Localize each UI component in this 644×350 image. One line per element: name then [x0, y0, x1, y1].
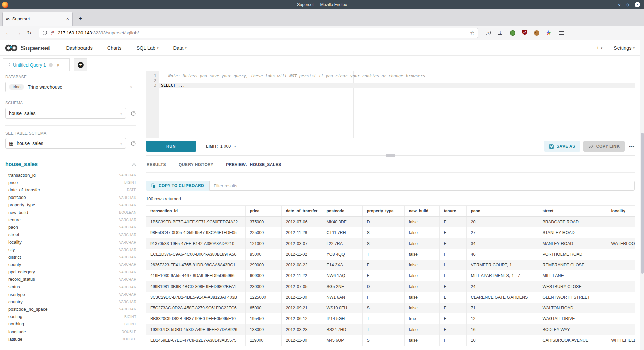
tab-close-icon[interactable]: ×	[66, 16, 69, 21]
column-row[interactable]: locality VARCHAR	[5, 238, 136, 246]
query-tab-close-icon[interactable]: ×	[57, 62, 60, 68]
column-row[interactable]: longitude DOUBLE	[5, 328, 136, 335]
table-row[interactable]: F5C273AC-0D2A-458F-8279-9C61F0C22EC6 650…	[146, 303, 635, 313]
limit-dropdown[interactable]: LIMIT: 1 000 ▾	[206, 144, 236, 149]
tab-results[interactable]: RESULTS	[146, 160, 167, 172]
column-row[interactable]: latitude DOUBLE	[5, 335, 136, 343]
bookmark-star-icon[interactable]: ☆	[470, 30, 474, 36]
collapse-chevron-up-icon[interactable]	[132, 163, 136, 166]
pocket-icon[interactable]: ∨	[485, 30, 491, 36]
database-select[interactable]: trino Trino warehouse ∨	[5, 82, 136, 92]
table-row[interactable]: ECE1D376-C9A6-4C00-B004-A380B189FA56 850…	[146, 249, 635, 260]
table-row[interactable]: 499B1981-3B6B-4BCD-808F-9FED9802BFA1 230…	[146, 281, 635, 292]
column-header[interactable]: transaction_id	[146, 206, 245, 217]
browser-tab[interactable]: ∞ Superset ×	[2, 12, 73, 26]
column-row[interactable]: northing BIGINT	[5, 320, 136, 328]
column-row[interactable]: paon VARCHAR	[5, 223, 136, 231]
query-tab[interactable]: Untitled Query 1 ×	[3, 58, 70, 71]
column-row[interactable]: postcode VARCHAR	[5, 194, 136, 201]
reload-button[interactable]: ↻	[27, 30, 31, 36]
refresh-table-icon[interactable]	[130, 141, 136, 146]
extension-star-icon[interactable]	[546, 30, 551, 36]
settings-menu[interactable]: Settings▾	[614, 45, 635, 51]
resize-grip-icon[interactable]	[386, 154, 395, 157]
page-scrollbar[interactable]	[640, 40, 644, 350]
column-header[interactable]: new_build	[404, 206, 439, 217]
column-header[interactable]: postcode	[322, 206, 362, 217]
sql-editor[interactable]: 1 2 3 -- Note: Unless you save your quer…	[146, 71, 635, 138]
insecure-lock-icon[interactable]	[50, 30, 55, 36]
column-header[interactable]: date_of_transfer	[281, 206, 322, 217]
copy-link-button[interactable]: COPY LINK	[583, 141, 625, 152]
tab-query-history[interactable]: QUERY HISTORY	[178, 160, 214, 172]
drag-handle-icon[interactable]	[7, 63, 10, 67]
column-row[interactable]: status VARCHAR	[5, 283, 136, 291]
column-row[interactable]: transaction_id VARCHAR	[5, 171, 136, 179]
column-row[interactable]: date_of_transfer DATE	[5, 186, 136, 193]
superset-logo[interactable]: Superset	[5, 44, 50, 52]
column-row[interactable]: record_status VARCHAR	[5, 276, 136, 283]
column-header[interactable]: property_type	[362, 206, 404, 217]
menu-hamburger-icon[interactable]	[559, 33, 564, 33]
scrollbar-thumb[interactable]	[641, 133, 644, 274]
column-row[interactable]: usertype VARCHAR	[5, 291, 136, 298]
column-header[interactable]: price	[245, 206, 281, 217]
tracking-shield-icon[interactable]	[42, 30, 47, 36]
column-header[interactable]: paon	[466, 206, 538, 217]
table-select[interactable]: ▦ house_sales ∨	[5, 138, 126, 149]
column-row[interactable]: property_type VARCHAR	[5, 201, 136, 209]
editor-code-area[interactable]: -- Note: Unless you save your query, the…	[159, 71, 635, 138]
url-bar[interactable]: 217.160.120.143:32393/superset/sqllab/ ☆	[39, 28, 478, 38]
cookie-extension-icon[interactable]	[534, 30, 539, 36]
column-row[interactable]: price BIGINT	[5, 179, 136, 186]
run-button[interactable]: RUN	[146, 141, 196, 152]
forward-button[interactable]: →	[16, 30, 21, 36]
table-row[interactable]: 98F5DC47-0D05-4D59-95B7-98CA6F1FDE05 225…	[146, 227, 635, 238]
ublock-icon[interactable]: uO	[522, 30, 527, 36]
nav-item[interactable]: Data▾	[173, 45, 187, 51]
column-header[interactable]: street	[538, 206, 607, 217]
nav-item[interactable]: SQL Lab▾	[136, 45, 158, 51]
table-row[interactable]: 3C3C29DC-B7B2-4BE5-914A-A38123AF403B 122…	[146, 292, 635, 303]
back-button[interactable]: ←	[5, 30, 11, 36]
window-maximize-icon[interactable]: ◇	[626, 3, 629, 7]
url-text[interactable]: 217.160.120.143:32393/superset/sqllab/	[58, 30, 467, 35]
copy-to-clipboard-button[interactable]: COPY TO CLIPBOARD	[146, 181, 209, 191]
schema-select[interactable]: house_sales ∨	[5, 108, 126, 119]
column-row[interactable]: easting BIGINT	[5, 313, 136, 320]
add-new-button[interactable]: +▾	[596, 45, 602, 51]
refresh-schema-icon[interactable]	[130, 111, 136, 116]
column-row[interactable]: city VARCHAR	[5, 246, 136, 253]
window-close-icon[interactable]: ×	[635, 2, 640, 7]
save-as-button[interactable]: SAVE AS	[544, 141, 580, 152]
tab-preview-house-sales[interactable]: PREVIEW: `HOUSE_SALES`	[225, 160, 283, 172]
nav-item[interactable]: Dashboards	[66, 45, 92, 51]
column-row[interactable]: ppd_category VARCHAR	[5, 268, 136, 275]
filter-results-input[interactable]	[209, 181, 635, 191]
column-header[interactable]: locality	[607, 206, 635, 217]
column-row[interactable]: tenure VARCHAR	[5, 216, 136, 223]
table-row[interactable]: 2636F323-FF41-4765-81DB-98CAA6A43BC1 299…	[146, 260, 635, 270]
table-row[interactable]: 193907D3-5DBD-453D-A49E-9FEE27DAB926 138…	[146, 324, 635, 335]
new-tab-button[interactable]: +	[75, 13, 86, 25]
pane-resizer[interactable]	[146, 155, 635, 160]
column-row[interactable]: country VARCHAR	[5, 298, 136, 305]
window-minimize-icon[interactable]: ∨	[618, 3, 621, 7]
table-row[interactable]: 91370533-19F5-47FE-B142-A380A8ADA210 121…	[146, 238, 635, 249]
table-row[interactable]: EB1459EB-67ED-47C8-B2E7-A38143AB5575 119…	[146, 335, 635, 346]
table-schema-title[interactable]: house_sales	[5, 161, 132, 167]
table-row[interactable]: BB8320C9-D82B-4B37-90E0-9FEE05095E10 195…	[146, 313, 635, 324]
column-row[interactable]: new_build BOOLEAN	[5, 209, 136, 216]
column-row[interactable]: postcode_no_space VARCHAR	[5, 305, 136, 313]
nav-item[interactable]: Charts	[107, 45, 122, 51]
table-row[interactable]: 419E1030-9A55-4467-8DA9-9FED95D65966 609…	[146, 270, 635, 281]
column-row[interactable]: district VARCHAR	[5, 253, 136, 261]
more-options-icon[interactable]: •••	[629, 144, 635, 149]
privacy-badger-icon[interactable]	[509, 30, 515, 36]
downloads-icon[interactable]: ↓	[497, 30, 503, 36]
column-row[interactable]: street VARCHAR	[5, 231, 136, 238]
add-query-tab-button[interactable]: +	[74, 58, 87, 71]
table-row[interactable]: 1B5C39ED-BE7F-41EF-9E71-9C60EED74A22 375…	[146, 217, 635, 227]
column-header[interactable]: tenure	[439, 206, 466, 217]
column-row[interactable]: county VARCHAR	[5, 261, 136, 268]
